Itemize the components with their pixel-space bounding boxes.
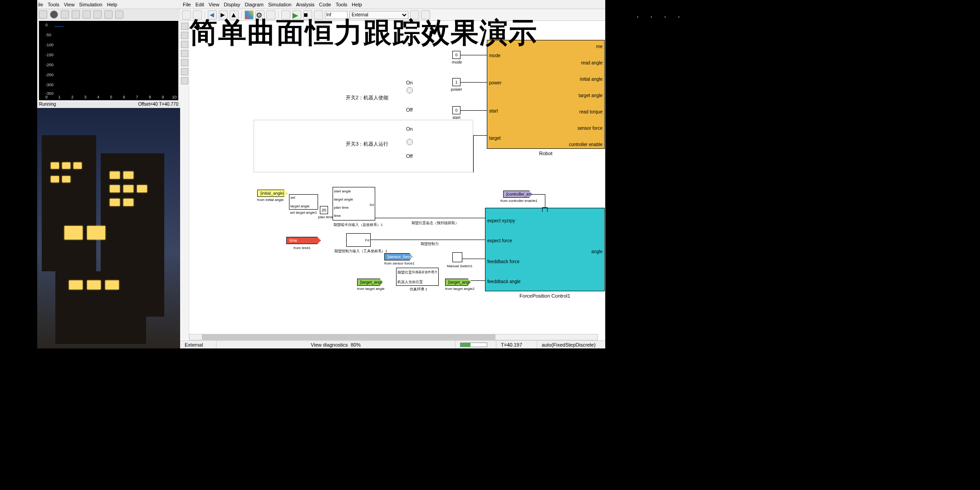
- switch2-off: Off: [406, 107, 412, 113]
- switch2-on: On: [406, 80, 413, 85]
- manual-switch[interactable]: [452, 252, 462, 262]
- expect-pos-note: 期望位置姿态（预扫描获取）: [412, 220, 459, 225]
- const-power[interactable]: 1: [452, 78, 461, 86]
- menu-tools[interactable]: Tools: [336, 2, 348, 7]
- progress-bar: [460, 343, 487, 347]
- menu-diagram[interactable]: Diagram: [245, 2, 264, 7]
- menu-display[interactable]: Display: [224, 2, 240, 7]
- tag-ta2-from: from target angle2: [445, 287, 475, 291]
- menu-file[interactable]: File: [183, 2, 191, 7]
- zoom-y-icon[interactable]: [104, 10, 113, 19]
- switch3-label: 开关3：机器人运行: [346, 141, 388, 147]
- switch2-toggle[interactable]: [406, 87, 413, 98]
- sample-icon[interactable]: [181, 59, 188, 66]
- print-icon[interactable]: [39, 10, 47, 19]
- zoom-x-icon[interactable]: [93, 10, 102, 19]
- status-mode: External: [180, 341, 216, 348]
- annotate-icon[interactable]: [181, 68, 188, 75]
- expect-force-input-label: 期望控制力输入（工具坐标系）1: [334, 249, 387, 254]
- status-solver: auto(FixedStepDiscrete): [537, 341, 605, 348]
- tag-sensor-force-from: from sensor force1: [384, 261, 415, 265]
- desktop-wallpaper: [37, 108, 180, 348]
- menu-simulation[interactable]: Simulation: [268, 2, 291, 7]
- switch2-label: 开关2：机器人使能: [346, 94, 388, 101]
- status-zoom[interactable]: 80%: [351, 342, 361, 348]
- set-target-block[interactable]: set target angle: [289, 194, 318, 210]
- menu-edit[interactable]: Edit: [196, 2, 204, 7]
- scope-statusbar: Running Offset=40 T=40.770: [37, 102, 180, 108]
- const-plantime[interactable]: 20: [320, 206, 328, 214]
- tag-target-angle2[interactable]: [target_angle]: [445, 279, 470, 286]
- menu-help[interactable]: Help: [352, 2, 362, 7]
- fit-icon[interactable]: [181, 41, 188, 48]
- palette-toolbar: [180, 21, 189, 339]
- menu-analysis[interactable]: Analysis: [296, 2, 314, 7]
- menu-simulation[interactable]: Simulation: [79, 2, 102, 7]
- tag-time[interactable]: time: [286, 237, 321, 244]
- status-time: T=40.197: [496, 341, 537, 348]
- expect-force-note: 期望控制力: [421, 241, 439, 246]
- robot-subsystem[interactable]: mode power start target me read angle in…: [487, 40, 605, 149]
- tag-ce-from: from controller enable1: [500, 199, 538, 203]
- fd-block[interactable]: Fd: [346, 233, 371, 247]
- scope-time-label: Offset=40 T=40.770: [138, 102, 178, 108]
- manual-switch-label: Manual Switch1: [447, 264, 472, 268]
- stop-icon[interactable]: [61, 10, 69, 19]
- fpc-label: ForcePosition Control1: [485, 293, 605, 299]
- const-start[interactable]: 0: [452, 106, 461, 114]
- simulink-statusbar: External View diagnostics 80% T=40.197 a…: [180, 340, 605, 348]
- zoom-icon[interactable]: [83, 10, 91, 19]
- tag-initial-angle-from: from initial angle: [257, 198, 284, 202]
- sim-env-label: 仿真环境 1: [410, 287, 427, 292]
- switch3-toggle[interactable]: [406, 139, 413, 150]
- tag-target-angle[interactable]: [target_angle]: [357, 279, 382, 286]
- scope-running-label: Running: [39, 102, 56, 108]
- image-icon[interactable]: [181, 77, 188, 84]
- hide-icon[interactable]: [181, 23, 188, 30]
- menu-tools[interactable]: Tools: [48, 2, 59, 7]
- tag-sensor-force[interactable]: [sensor_force]: [384, 253, 412, 260]
- step-icon[interactable]: [72, 10, 80, 19]
- scope-toolbar: [37, 9, 180, 20]
- status-diagnostics[interactable]: View diagnostics: [311, 342, 348, 348]
- robot-label: Robot: [487, 151, 605, 156]
- scope-menubar[interactable]: ile Tools View Simulation Help: [37, 0, 180, 9]
- tag-time-from: from time1: [294, 246, 311, 250]
- horizontal-scrollbar[interactable]: [189, 334, 598, 340]
- switch3-off: Off: [406, 153, 412, 159]
- model-canvas[interactable]: 开关2：机器人使能 On Off 开关3：机器人运行 On Off 0 mode…: [189, 27, 605, 339]
- const-start-label: start: [451, 115, 462, 120]
- expect-input-label: 期望端卡尔输入（基坐标系）1: [333, 222, 382, 227]
- tag-ta-from: from target angle: [357, 287, 384, 291]
- switch3-on: On: [406, 126, 413, 132]
- tag-initial-angle[interactable]: [initial_angle]: [257, 190, 287, 197]
- const-power-label: power: [450, 87, 463, 92]
- zoom-icon[interactable]: [181, 32, 188, 39]
- menu-view[interactable]: View: [64, 2, 75, 7]
- video-title-overlay: 简单曲面恒力跟踪效果演示: [189, 14, 538, 52]
- sim-env-block[interactable]: 期望位置 传感器反馈作用力 机器人当前位置: [396, 268, 439, 286]
- menu-code[interactable]: Code: [319, 2, 331, 7]
- tag-controller-enable[interactable]: [controller_enable]: [503, 191, 532, 198]
- menu-file[interactable]: ile: [38, 2, 43, 7]
- autoscale-icon[interactable]: [115, 10, 123, 19]
- const-mode-label: mode: [451, 60, 463, 64]
- menu-help[interactable]: Help: [107, 2, 118, 7]
- scope-plot: 0 -50 -100 -150 -200 -250 -300 -350 0 1 …: [39, 21, 178, 100]
- fpc-subsystem[interactable]: expect xyzrpy expect force feeddback for…: [485, 208, 605, 291]
- menu-view[interactable]: View: [209, 2, 220, 7]
- const-mode[interactable]: 0: [452, 51, 461, 59]
- record-icon[interactable]: [50, 10, 58, 19]
- set-target-label: set target angle1: [290, 211, 317, 215]
- trajectory-block[interactable]: start angle target angle plan time time …: [333, 187, 375, 220]
- scope-window: ile Tools View Simulation Help 0 -50 -10…: [37, 0, 180, 108]
- nav-icon[interactable]: [181, 50, 188, 57]
- simulink-menubar[interactable]: File Edit View Display Diagram Simulatio…: [180, 0, 605, 9]
- simulink-editor: File Edit View Display Diagram Simulatio…: [180, 0, 605, 348]
- const-plantime-label: plan time: [318, 215, 333, 219]
- right-dots: • • • •: [637, 15, 685, 20]
